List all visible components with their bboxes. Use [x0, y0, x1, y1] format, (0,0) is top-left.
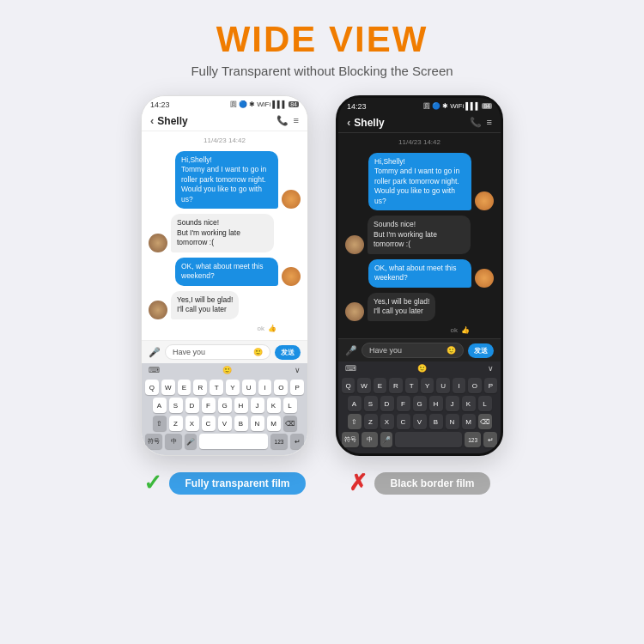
left-contact-name: Shelly: [157, 115, 187, 127]
key-p[interactable]: P: [290, 380, 304, 395]
key-a[interactable]: A: [348, 396, 361, 411]
avatar: [282, 267, 301, 286]
key-h[interactable]: H: [429, 396, 443, 411]
right-input-box[interactable]: Have you 🙂: [361, 343, 464, 358]
key-d[interactable]: D: [380, 396, 394, 411]
key-q[interactable]: Q: [145, 380, 159, 395]
emoji-icon[interactable]: 🙂: [253, 348, 263, 356]
key-u[interactable]: U: [436, 378, 449, 393]
right-contact-name: Shelly: [354, 117, 384, 129]
key-l[interactable]: L: [283, 398, 297, 413]
key-mic[interactable]: 🎤: [380, 432, 392, 447]
key-f[interactable]: F: [202, 398, 216, 413]
key-n[interactable]: N: [446, 414, 459, 429]
phone-icon[interactable]: 📞: [470, 117, 482, 128]
key-g[interactable]: G: [218, 398, 232, 413]
phone-icon[interactable]: 📞: [276, 115, 289, 126]
left-chat-header-left: ‹ Shelly: [150, 114, 188, 127]
back-arrow-icon[interactable]: ‹: [347, 116, 350, 129]
kb-chevron-icon[interactable]: ∨: [488, 364, 494, 373]
mic-icon[interactable]: 🎤: [149, 347, 161, 358]
key-v[interactable]: V: [413, 414, 427, 429]
key-k[interactable]: K: [267, 398, 281, 413]
key-l[interactable]: L: [478, 396, 492, 411]
key-r[interactable]: R: [193, 380, 207, 395]
key-o[interactable]: O: [274, 380, 288, 395]
key-y[interactable]: Y: [421, 378, 434, 393]
key-chinese[interactable]: 中: [165, 434, 182, 449]
key-n[interactable]: N: [251, 416, 264, 431]
key-u[interactable]: U: [242, 380, 256, 395]
key-backspace[interactable]: ⌫: [478, 414, 492, 429]
key-symbols[interactable]: 符号: [145, 434, 162, 449]
key-chinese[interactable]: 中: [361, 432, 379, 447]
menu-icon[interactable]: ≡: [487, 117, 492, 128]
key-enter[interactable]: ↵: [290, 434, 304, 449]
key-m[interactable]: M: [267, 416, 281, 431]
key-g[interactable]: G: [413, 396, 427, 411]
left-phone: 14:23 圆 🔵 ✱ WiFi ▌▌▌ 84 ‹: [141, 95, 308, 456]
key-a[interactable]: A: [153, 398, 167, 413]
phones-comparison: 14:23 圆 🔵 ✱ WiFi ▌▌▌ 84 ‹: [141, 95, 503, 496]
left-status-bar: 14:23 圆 🔵 ✱ WiFi ▌▌▌ 84: [142, 96, 307, 111]
key-o[interactable]: O: [468, 378, 481, 393]
kb-chevron-icon[interactable]: ∨: [295, 366, 301, 374]
key-123[interactable]: 123: [270, 434, 288, 449]
right-chat-header: ‹ Shelly 📞 ≡: [338, 112, 501, 133]
key-v[interactable]: V: [218, 416, 232, 431]
kb-tool-icon[interactable]: ⌨: [149, 366, 160, 374]
right-status-icons: 圆 🔵 ✱ WiFi ▌▌▌ 84: [423, 101, 492, 111]
key-s[interactable]: S: [169, 398, 183, 413]
key-k[interactable]: K: [462, 396, 476, 411]
key-shift[interactable]: ⇧: [348, 414, 361, 429]
key-symbols[interactable]: 符号: [342, 432, 359, 447]
key-z[interactable]: Z: [364, 414, 378, 429]
key-space[interactable]: [199, 434, 268, 449]
send-button[interactable]: 发送: [275, 345, 301, 360]
key-x[interactable]: X: [185, 416, 199, 431]
key-t[interactable]: T: [405, 378, 418, 393]
key-e[interactable]: E: [374, 378, 386, 393]
key-backspace[interactable]: ⌫: [283, 416, 297, 431]
key-j[interactable]: J: [251, 398, 264, 413]
send-button[interactable]: 发送: [468, 343, 494, 358]
back-arrow-icon[interactable]: ‹: [150, 114, 154, 127]
key-h[interactable]: H: [234, 398, 248, 413]
key-c[interactable]: C: [202, 416, 216, 431]
key-j[interactable]: J: [446, 396, 459, 411]
key-r[interactable]: R: [389, 378, 402, 393]
key-e[interactable]: E: [178, 380, 191, 395]
emoji-icon[interactable]: 🙂: [447, 346, 456, 355]
kb-tool-icon[interactable]: ⌨: [345, 364, 356, 373]
key-d[interactable]: D: [185, 398, 199, 413]
key-x[interactable]: X: [380, 414, 394, 429]
key-w[interactable]: W: [161, 380, 175, 395]
key-y[interactable]: Y: [226, 380, 240, 395]
key-shift[interactable]: ⇧: [153, 416, 167, 431]
bubble: Hi,Shelly!Tommy and I want to go in roll…: [175, 151, 278, 209]
key-w[interactable]: W: [357, 378, 370, 393]
key-enter[interactable]: ↵: [483, 432, 497, 447]
left-input-box[interactable]: Have you 🙂: [165, 344, 270, 360]
left-label-row: ✓ Fully transparent film: [143, 470, 305, 496]
mic-icon[interactable]: 🎤: [345, 345, 357, 356]
key-i[interactable]: I: [258, 380, 272, 395]
key-c[interactable]: C: [397, 414, 410, 429]
key-b[interactable]: B: [234, 416, 248, 431]
key-p[interactable]: P: [484, 378, 497, 393]
key-q[interactable]: Q: [342, 378, 355, 393]
key-t[interactable]: T: [210, 380, 223, 395]
menu-icon[interactable]: ≡: [294, 115, 299, 126]
key-s[interactable]: S: [364, 396, 378, 411]
key-mic[interactable]: 🎤: [185, 434, 197, 449]
kb-emoji-icon[interactable]: 🙂: [417, 364, 427, 373]
key-m[interactable]: M: [462, 414, 476, 429]
left-time: 14:23: [150, 100, 170, 109]
key-123[interactable]: 123: [465, 432, 482, 447]
key-i[interactable]: I: [453, 378, 465, 393]
kb-emoji-icon[interactable]: 🙂: [222, 366, 232, 374]
key-space[interactable]: [395, 432, 462, 447]
key-b[interactable]: B: [429, 414, 443, 429]
key-f[interactable]: F: [397, 396, 410, 411]
key-z[interactable]: Z: [169, 416, 183, 431]
